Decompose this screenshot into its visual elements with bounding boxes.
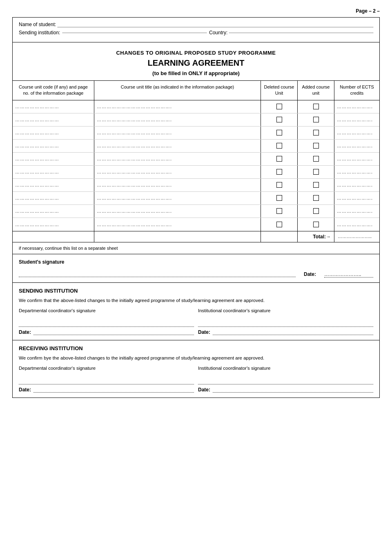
sending-inst-date-row: Date: — [198, 329, 373, 335]
row-ects-3: …………………. — [334, 140, 379, 152]
row-code-3: ……………………… — [13, 140, 94, 152]
checkbox-deleted-9[interactable] — [276, 222, 282, 227]
row-title-6: ………………………………………. — [94, 179, 261, 191]
receiving-inst-coord: Institutional coordinator's signature Da… — [198, 366, 373, 393]
name-row: Name of student: — [19, 22, 373, 27]
row-deleted-8 — [261, 205, 298, 218]
row-added-6 — [298, 179, 334, 191]
title-large: LEARNING AGREEMENT — [19, 58, 373, 68]
course-table: Course unit code (if any) and page no. o… — [13, 81, 379, 242]
sending-inst-dots — [198, 321, 373, 327]
table-row: ……………………… ………………………………………. …………………. — [13, 113, 379, 127]
sending-inst-label: Institutional coordinator's signature — [198, 308, 373, 313]
document-container: Name of student: Sending institution: Co… — [12, 17, 380, 398]
row-deleted-2 — [261, 127, 298, 139]
row-added-2 — [298, 127, 334, 139]
checkbox-added-3[interactable] — [313, 143, 319, 149]
checkbox-added-1[interactable] — [313, 117, 319, 122]
checkbox-added-7[interactable] — [313, 195, 319, 201]
table-row: ……………………… ………………………………………. …………………. — [13, 127, 379, 140]
receiving-dept-dots — [19, 379, 194, 384]
row-ects-1: …………………. — [334, 113, 379, 126]
table-row: ……………………… ………………………………………. …………………. — [13, 166, 379, 179]
row-added-4 — [298, 153, 334, 165]
total-empty-3 — [261, 231, 298, 242]
institution-row: Sending institution: Country: — [19, 30, 373, 36]
checkbox-deleted-5[interactable] — [276, 169, 282, 175]
row-added-3 — [298, 140, 334, 152]
checkbox-added-2[interactable] — [313, 130, 319, 135]
checkbox-added-0[interactable] — [313, 104, 319, 109]
checkbox-deleted-4[interactable] — [276, 156, 282, 162]
row-ects-9: …………………. — [334, 218, 379, 231]
sending-inst-date-dots — [213, 329, 373, 335]
row-code-8: ……………………… — [13, 205, 94, 218]
row-deleted-5 — [261, 166, 298, 178]
total-row: Total:→ ………………….. — [13, 231, 379, 242]
col-header-added: Added course unit — [298, 81, 334, 100]
row-deleted-6 — [261, 179, 298, 191]
row-deleted-3 — [261, 140, 298, 152]
name-dots — [58, 22, 373, 27]
sending-text: We confirm that the above-listed changes… — [19, 297, 373, 304]
row-ects-5: …………………. — [334, 166, 379, 178]
sending-dept-date-label: Date: — [19, 329, 31, 335]
name-label: Name of student: — [19, 22, 56, 27]
receiving-inst-date-dots — [213, 387, 373, 393]
total-value: ………………….. — [334, 231, 379, 242]
row-title-8: ………………………………………. — [94, 205, 261, 218]
table-row: ……………………… ………………………………………. …………………. — [13, 192, 379, 205]
title-sub: (to be filled in ONLY if appropriate) — [19, 70, 373, 76]
row-code-7: ……………………… — [13, 192, 94, 204]
checkbox-added-4[interactable] — [313, 156, 319, 162]
sending-inst-coord: Institutional coordinator's signature Da… — [198, 308, 373, 335]
row-added-9 — [298, 218, 334, 231]
sending-coords: Departmental coordinator's signature Dat… — [19, 308, 373, 335]
row-ects-6: …………………. — [334, 179, 379, 191]
row-added-0 — [298, 100, 334, 113]
row-deleted-0 — [261, 100, 298, 113]
receiving-dept-label: Departmental coordinator's signature — [19, 366, 194, 371]
checkbox-deleted-6[interactable] — [276, 182, 282, 188]
checkbox-deleted-1[interactable] — [276, 117, 282, 122]
sending-dept-date-row: Date: — [19, 329, 194, 335]
row-title-2: ………………………………………. — [94, 127, 261, 139]
checkbox-added-6[interactable] — [313, 182, 319, 188]
receiving-inst-date-label: Date: — [198, 387, 210, 393]
table-body: ……………………… ………………………………………. …………………. …………… — [13, 100, 379, 231]
checkbox-deleted-2[interactable] — [276, 130, 282, 135]
row-added-8 — [298, 205, 334, 218]
row-deleted-9 — [261, 218, 298, 231]
checkbox-deleted-3[interactable] — [276, 143, 282, 149]
student-date-label: Date: — [304, 271, 316, 277]
sending-inst-date-label: Date: — [198, 329, 210, 335]
table-row: ……………………… ………………………………………. …………………. — [13, 153, 379, 166]
row-title-5: ………………………………………. — [94, 166, 261, 178]
row-title-0: ………………………………………. — [94, 100, 261, 113]
total-empty-2 — [94, 231, 261, 242]
total-empty-1 — [13, 231, 94, 242]
checkbox-added-5[interactable] — [313, 169, 319, 175]
country-dots — [229, 33, 373, 33]
country-label: Country: — [209, 30, 227, 36]
row-ects-4: …………………. — [334, 153, 379, 165]
row-code-4: ……………………… — [13, 153, 94, 165]
receiving-institution-section: RECEIVING INSTITUTION We confirm bye the… — [13, 340, 379, 398]
checkbox-added-9[interactable] — [313, 222, 319, 227]
row-title-7: ………………………………………. — [94, 192, 261, 204]
col-header-ects: Number of ECTS credits — [334, 81, 379, 100]
checkbox-deleted-8[interactable] — [276, 208, 282, 214]
row-added-7 — [298, 192, 334, 204]
checkbox-added-8[interactable] — [313, 208, 319, 214]
row-deleted-4 — [261, 153, 298, 165]
institution-dots — [62, 33, 207, 33]
table-row: ……………………… ………………………………………. …………………. — [13, 179, 379, 192]
receiving-title: RECEIVING INSTITUTION — [19, 345, 373, 351]
header-section: Name of student: Sending institution: Co… — [13, 18, 379, 42]
student-sig-dots — [19, 271, 296, 277]
checkbox-deleted-7[interactable] — [276, 195, 282, 201]
continue-note: if necessary, continue this list on a se… — [13, 242, 379, 254]
row-code-5: ……………………… — [13, 166, 94, 178]
checkbox-deleted-0[interactable] — [276, 104, 282, 109]
row-added-1 — [298, 113, 334, 126]
